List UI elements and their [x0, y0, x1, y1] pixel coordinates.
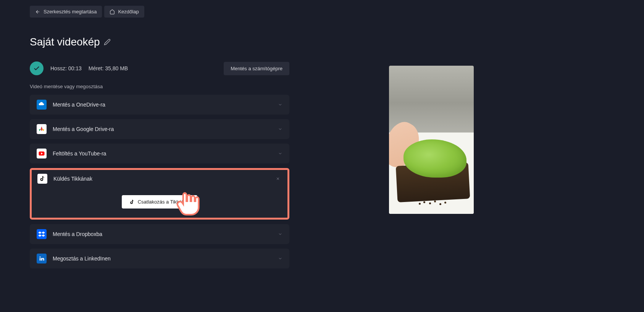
dropbox-label: Mentés a Dropboxba	[53, 231, 272, 237]
chevron-down-icon	[278, 102, 282, 107]
size-text: Méret: 35,80 MB	[89, 65, 128, 71]
chevron-down-icon	[278, 127, 282, 131]
onedrive-icon	[37, 100, 47, 110]
home-label: Kezdőlap	[118, 9, 139, 15]
back-arrow-icon	[35, 9, 40, 15]
title-row: Saját videokép	[30, 36, 289, 48]
tiktok-label: Küldés Tikkának	[53, 176, 282, 182]
tiktok-icon	[129, 199, 135, 205]
chevron-down-icon	[278, 151, 282, 156]
back-button[interactable]: Szerkesztés megtartása	[30, 6, 102, 18]
duration-text: Hossz: 00:13	[50, 65, 82, 71]
share-list: Mentés a OneDrive-ra Mentés a Google Dri…	[30, 95, 289, 268]
close-icon[interactable]	[276, 176, 280, 181]
share-onedrive[interactable]: Mentés a OneDrive-ra	[30, 95, 289, 115]
share-linkedin[interactable]: Megosztás a LinkedInen	[30, 249, 289, 268]
home-button[interactable]: Kezdőlap	[104, 6, 144, 18]
youtube-icon	[37, 149, 47, 158]
share-tiktok[interactable]: Küldés Tikkának Csatlakozás a Tikkához	[30, 168, 289, 220]
onedrive-label: Mentés a OneDrive-ra	[53, 102, 272, 108]
linkedin-label: Megosztás a LinkedInen	[53, 255, 272, 262]
page-title: Saját videokép	[30, 36, 100, 48]
home-icon	[110, 9, 115, 15]
chevron-down-icon	[278, 232, 282, 236]
success-check-icon	[30, 61, 44, 75]
share-youtube[interactable]: Feltöltés a YouTube-ra	[30, 144, 289, 163]
dropbox-icon	[37, 229, 47, 239]
save-to-computer-button[interactable]: Mentés a számítógépre	[224, 62, 289, 75]
share-gdrive[interactable]: Mentés a Google Drive-ra	[30, 119, 289, 139]
top-nav: Szerkesztés megtartása Kezdőlap	[30, 6, 289, 18]
edit-icon[interactable]	[104, 39, 111, 45]
gdrive-label: Mentés a Google Drive-ra	[53, 126, 272, 132]
chevron-down-icon	[278, 256, 282, 261]
share-dropbox[interactable]: Mentés a Dropboxba	[30, 224, 289, 244]
connect-tiktok-button[interactable]: Csatlakozás a Tikkához	[122, 195, 198, 209]
youtube-label: Feltöltés a YouTube-ra	[53, 150, 272, 157]
video-thumbnail	[389, 66, 474, 214]
connect-label: Csatlakozás a Tikkához	[138, 199, 190, 205]
tiktok-icon	[37, 174, 47, 184]
status-row: Hossz: 00:13 Méret: 35,80 MB Mentés a sz…	[30, 61, 289, 75]
section-label: Videó mentése vagy megosztása	[30, 84, 289, 89]
linkedin-icon	[37, 254, 47, 264]
gdrive-icon	[37, 124, 47, 134]
video-preview	[389, 66, 474, 214]
back-label: Szerkesztés megtartása	[44, 9, 97, 15]
